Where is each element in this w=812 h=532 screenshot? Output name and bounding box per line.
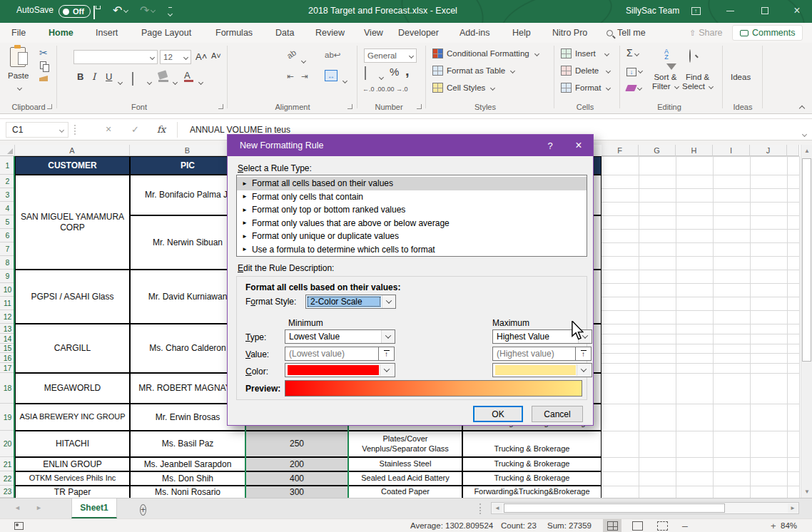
page-layout-view-button[interactable]: [628, 519, 646, 532]
row-header-15[interactable]: 15: [0, 344, 15, 353]
cell-e21-service[interactable]: Trucking & Brokerage: [462, 457, 602, 471]
cell-e23-service[interactable]: Forwarding&Trucking&Brokerage: [462, 486, 602, 498]
cell-d23-commodity[interactable]: Coated Paper: [348, 486, 462, 498]
cell-pic-shih[interactable]: Ms. Don Shih: [130, 471, 245, 486]
rule-type-option-3[interactable]: ►Format only top or bottom ranked values: [237, 203, 587, 217]
column-header[interactable]: [787, 145, 799, 156]
rule-type-option-1[interactable]: ►Format all cells based on their values: [237, 177, 587, 190]
row-header-16[interactable]: 16: [0, 353, 15, 363]
ok-button[interactable]: OK: [473, 406, 523, 422]
min-type-combo[interactable]: Lowest Value: [285, 329, 395, 344]
cell-customer-pgpsi[interactable]: PGPSI / ASAHI Glass: [15, 270, 130, 324]
max-value-input[interactable]: (Highest value): [492, 347, 576, 361]
scroll-right-button[interactable]: ►: [788, 503, 798, 513]
page-break-view-button[interactable]: [653, 519, 671, 532]
cell-c20-volume[interactable]: 250: [245, 431, 348, 457]
cell-customer-tr-paper[interactable]: TR Paper: [15, 486, 130, 498]
zoom-out-button[interactable]: –: [682, 519, 688, 532]
row-header-12[interactable]: 12: [0, 310, 15, 324]
min-value-input[interactable]: (Lowest value): [285, 347, 379, 361]
column-header-g[interactable]: G: [639, 145, 676, 156]
row-header-13[interactable]: 13: [0, 324, 15, 334]
min-value-collapse-button[interactable]: ↑: [378, 347, 395, 361]
row-header-10[interactable]: 10: [0, 283, 15, 297]
rule-type-option-4[interactable]: ►Format only values that are above or be…: [237, 217, 587, 230]
format-style-combo[interactable]: 2-Color Scale: [305, 295, 396, 309]
cell-a1-customer-header[interactable]: CUSTOMER: [15, 156, 130, 175]
rule-type-option-5[interactable]: ►Format only unique or duplicate values: [237, 230, 587, 243]
dialog-help-button[interactable]: ?: [536, 135, 564, 156]
tabstrip-resize-handle[interactable]: [479, 503, 481, 514]
cell-customer-otkm[interactable]: OTKM Services Phils Inc: [15, 471, 130, 486]
gridline: [602, 188, 799, 189]
rule-type-option-2[interactable]: ►Format only cells that contain: [237, 190, 587, 204]
row-header-20[interactable]: 20: [0, 431, 15, 457]
row-header-21[interactable]: 21: [0, 457, 15, 471]
cell-pic-rosario[interactable]: Ms. Noni Rosario: [130, 486, 245, 498]
rule-type-option-6[interactable]: ►Use a formula to determine which cells …: [237, 243, 587, 257]
max-color-combo[interactable]: [492, 363, 592, 377]
column-header-f[interactable]: F: [602, 145, 639, 156]
row-header-4[interactable]: 4: [0, 202, 15, 215]
row-header-8[interactable]: 8: [0, 256, 15, 270]
prev-sheet-button[interactable]: ◄: [14, 504, 21, 511]
select-all-button[interactable]: [0, 145, 15, 156]
cell-e22-service[interactable]: Trucking & Brokerage: [462, 471, 602, 486]
row-header-19[interactable]: 19: [0, 404, 15, 431]
row-header-17[interactable]: 17: [0, 363, 15, 373]
cell-c21-volume[interactable]: 200: [245, 457, 348, 471]
cell-e20-service[interactable]: Trucking & Brokerage: [462, 431, 602, 457]
column-header-a[interactable]: A: [15, 145, 130, 156]
scroll-left-button[interactable]: ◄: [492, 503, 502, 513]
vertical-scroll-thumb[interactable]: [802, 158, 811, 362]
new-sheet-button[interactable]: +: [140, 503, 146, 516]
row-header-7[interactable]: 7: [0, 242, 15, 256]
gridline: [750, 156, 751, 498]
max-color-swatch: [495, 365, 576, 375]
row-header-3[interactable]: 3: [0, 188, 15, 202]
cell-d22-commodity[interactable]: Sealed Lead Acid Battery: [348, 471, 462, 486]
row-header-6[interactable]: 6: [0, 229, 15, 242]
cell-c23-volume[interactable]: 300: [245, 486, 348, 498]
row-header-23[interactable]: 23: [0, 486, 15, 498]
cancel-button[interactable]: Cancel: [532, 406, 583, 422]
cell-customer-enlin[interactable]: ENLIN GROUP: [15, 457, 130, 471]
row-header-9[interactable]: 9: [0, 270, 15, 283]
macro-record-button[interactable]: [14, 519, 24, 532]
cell-pic-paz[interactable]: Ms. Basil Paz: [130, 431, 245, 457]
sheet-tab-sheet1[interactable]: Sheet1: [71, 498, 117, 518]
column-header-j[interactable]: J: [750, 145, 787, 156]
row-header-1[interactable]: 1: [0, 156, 15, 175]
next-sheet-button[interactable]: ►: [36, 504, 42, 511]
cell-c22-volume[interactable]: 400: [245, 471, 348, 486]
chevron-down-icon: [381, 330, 395, 343]
row-header-5[interactable]: 5: [0, 215, 15, 229]
scroll-down-button[interactable]: ▼: [801, 486, 812, 498]
dialog-close-button[interactable]: ×: [564, 135, 593, 156]
column-header-h[interactable]: H: [676, 145, 713, 156]
cell-customer-megaworld[interactable]: MEGAWORLD: [15, 373, 130, 404]
cell-d21-commodity[interactable]: Stainless Steel: [348, 457, 462, 471]
cell-customer-hitachi[interactable]: HITACHI: [15, 431, 130, 457]
column-header-i[interactable]: I: [713, 145, 750, 156]
cell-pic-sarapdon[interactable]: Ms. Jeanbell Sarapdon: [130, 457, 245, 471]
min-color-combo[interactable]: [285, 363, 395, 377]
cell-customer-san-miguel[interactable]: SAN MIGUEL YAMAMURA CORP: [15, 175, 130, 270]
cell-customer-cargill[interactable]: CARGILL: [15, 324, 130, 373]
vertical-scrollbar[interactable]: ▲ ▼: [801, 145, 812, 498]
zoom-percent[interactable]: 84%: [781, 519, 797, 532]
row-header-2[interactable]: 2: [0, 175, 15, 188]
chevron-down-icon: [577, 364, 590, 376]
horizontal-scrollbar[interactable]: ◄ ►: [491, 502, 799, 514]
zoom-in-button[interactable]: +: [771, 519, 776, 532]
normal-view-button[interactable]: [603, 519, 621, 532]
max-value-collapse-button[interactable]: ↑: [575, 347, 592, 361]
row-header-22[interactable]: 22: [0, 471, 15, 486]
scroll-up-button[interactable]: ▲: [801, 145, 812, 157]
row-header-14[interactable]: 14: [0, 334, 15, 344]
row-header-11[interactable]: 11: [0, 297, 15, 310]
cell-customer-asia-brewery[interactable]: ASIA BREWERY INC GROUP: [15, 404, 130, 431]
cell-d20-commodity[interactable]: Plates/Cover Venplus/Separator Glass: [348, 431, 462, 457]
horizontal-scroll-thumb[interactable]: [504, 503, 725, 513]
row-header-18[interactable]: 18: [0, 373, 15, 404]
